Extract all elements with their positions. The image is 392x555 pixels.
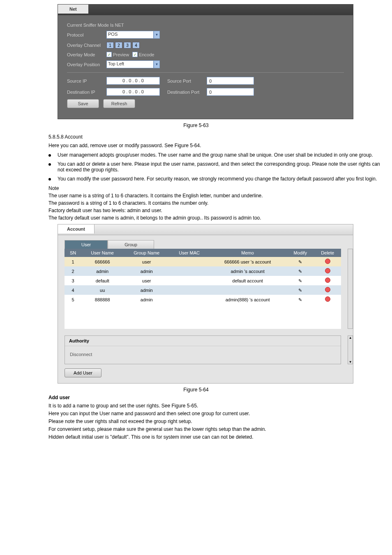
note-4: The factory default user name is admin, … [48, 215, 388, 221]
note-1: The user name is a string of 1 to 6 char… [48, 193, 388, 199]
intro-text: Here you can add, remove user or modify … [48, 142, 388, 149]
bullet-icon [48, 178, 51, 180]
destination-port-input[interactable] [207, 88, 254, 96]
destination-port-label: Destination Port [167, 90, 207, 95]
destination-ip-input[interactable]: 0 . 0 . 0 . 0 [106, 88, 160, 96]
table-row[interactable]: 2adminadminadmin 's account✎ [65, 266, 341, 276]
figure-caption-2: Figure 5-64 [4, 387, 388, 393]
account-panel: Account UserGroup SNUser NameGroup NameU… [58, 224, 353, 384]
add-user-text-4: For convenient setup, please make sure t… [48, 426, 388, 432]
user-table: SNUser NameGroup NameUser MACMemoModifyD… [65, 249, 341, 329]
note-3: Factory default user has two levels: adm… [48, 208, 388, 213]
authority-item: Disconnect [70, 352, 336, 357]
divider [67, 72, 344, 73]
overlay-channel-label: Overlay Channel [67, 43, 106, 48]
table-row[interactable]: 5888888adminadmin(888) 's account✎ [65, 295, 341, 304]
tabbar: Net [58, 5, 353, 15]
source-port-input[interactable] [207, 77, 254, 85]
table-row[interactable]: 4uuadmin✎ [65, 285, 341, 295]
table-row[interactable]: 1666666user666666 user 's account✎ [65, 257, 341, 266]
scrollbar[interactable] [348, 249, 353, 329]
tab-user[interactable]: User [65, 240, 108, 249]
channel-2[interactable]: 2 [115, 42, 122, 49]
bullet-icon [48, 154, 51, 157]
channel-3[interactable]: 3 [124, 42, 131, 49]
source-ip-input[interactable]: 0 . 0 . 0 . 0 [106, 77, 160, 85]
encode-label: Encode [139, 52, 154, 57]
protocol-label: Protocol [67, 32, 106, 37]
preview-label: Preview [113, 52, 129, 57]
section-heading: 5.8.5.8 Account [48, 134, 388, 140]
protocol-select[interactable]: POS [106, 31, 154, 39]
dropdown-icon[interactable]: ▼ [154, 60, 160, 68]
figure-caption-1: Figure 5-63 [4, 123, 388, 128]
modify-icon[interactable]: ✎ [298, 288, 303, 293]
add-user-text-2: Here you can input the User name and pas… [48, 410, 388, 417]
destination-ip-label: Destination IP [67, 90, 106, 95]
overlay-position-select[interactable]: Top Left [106, 60, 154, 68]
bullet-2: You can add or delete a user here. Pleas… [48, 161, 388, 173]
modify-icon[interactable]: ✎ [298, 259, 303, 264]
authority-heading: Authority [65, 336, 341, 346]
save-button[interactable]: Save [67, 99, 99, 108]
add-user-text-3: Please note the user rights shall not ex… [48, 418, 388, 425]
note-2: The password is a string of 1 to 6 chara… [48, 200, 388, 206]
bullet-3: You can modify the user password here. F… [48, 176, 388, 182]
bullet-icon [48, 163, 51, 166]
source-ip-label: Source IP [67, 79, 106, 83]
add-user-text-5: Hidden default initial user is "default"… [48, 434, 388, 440]
preview-checkbox[interactable]: ✓ [106, 52, 112, 57]
subtabs: UserGroup [65, 240, 353, 249]
dropdown-icon[interactable]: ▼ [154, 31, 160, 39]
add-user-text: It is to add a name to group and set the… [48, 402, 388, 409]
sniffer-status: Current Sniffer Mode Is NET [67, 23, 124, 28]
refresh-button[interactable]: Refresh [103, 99, 135, 108]
modify-icon[interactable]: ✎ [298, 269, 303, 274]
table-header: SNUser NameGroup NameUser MACMemoModifyD… [65, 249, 341, 257]
modify-icon[interactable]: ✎ [298, 278, 303, 283]
net-panel: Net Current Sniffer Mode Is NET Protocol… [58, 4, 353, 119]
overlay-position-label: Overlay Position [67, 62, 106, 67]
delete-icon[interactable] [325, 296, 330, 302]
tab-net[interactable]: Net [58, 5, 88, 14]
channel-4[interactable]: 4 [132, 42, 140, 49]
tabbar: Account [58, 224, 353, 235]
delete-icon[interactable] [325, 278, 330, 283]
tab-group[interactable]: Group [108, 240, 154, 249]
source-port-label: Source Port [167, 79, 207, 83]
bullet-1: User management adopts group/user modes.… [48, 152, 388, 158]
delete-icon[interactable] [325, 268, 330, 273]
table-row[interactable]: 3defaultuserdefault account✎ [65, 276, 341, 285]
note-heading: Note [48, 185, 388, 192]
overlay-mode-label: Overlay Mode [67, 52, 106, 57]
add-user-heading: Add user [48, 394, 388, 401]
add-user-button[interactable]: Add User [65, 368, 101, 377]
tab-account[interactable]: Account [58, 224, 95, 234]
scrollbar[interactable]: ▲▼ [348, 335, 353, 364]
channel-1[interactable]: 1 [106, 42, 114, 49]
encode-checkbox[interactable]: ✓ [132, 52, 138, 57]
delete-icon[interactable] [325, 259, 330, 264]
modify-icon[interactable]: ✎ [298, 297, 303, 302]
authority-panel: Authority Disconnect [65, 335, 341, 364]
delete-icon[interactable] [325, 287, 330, 292]
